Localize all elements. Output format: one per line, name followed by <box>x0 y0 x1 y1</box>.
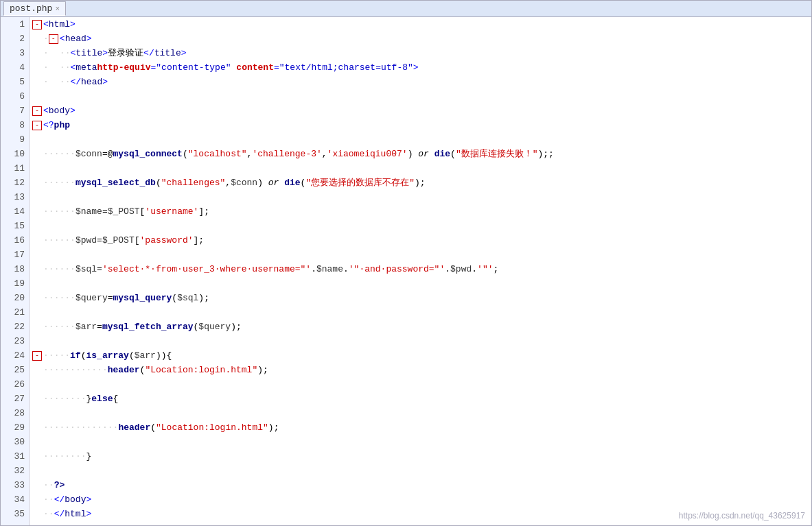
line-number-17: 17 <box>1 248 29 262</box>
code-line-6 <box>30 89 811 104</box>
line-number-27: 27 <box>1 392 29 406</box>
line-number-33: 33 <box>1 478 29 492</box>
line-number-25: 25 <box>1 363 29 377</box>
editor-window: post.php × 12345678910111213141516171819… <box>0 0 812 526</box>
code-line-28 <box>30 406 811 420</box>
line-number-4: 4 <box>1 60 29 75</box>
line-number-31: 31 <box>1 449 29 464</box>
code-line-18: ······$sql='select·*·from·user_3·where·u… <box>30 262 811 276</box>
line-number-23: 23 <box>1 334 29 348</box>
line-number-22: 22 <box>1 320 29 334</box>
fold-24[interactable]: - <box>32 351 42 361</box>
code-line-13 <box>30 190 811 204</box>
fold-7[interactable]: - <box>32 106 42 116</box>
line-number-18: 18 <box>1 262 29 276</box>
code-line-4: ···<meta http-equiv="content-type" conte… <box>30 60 811 75</box>
line-number-9: 9 <box>1 132 29 147</box>
code-line-15 <box>30 219 811 233</box>
code-line-22: ······$arr=mysql_fetch_array($query); <box>30 320 811 334</box>
fold-2[interactable]: - <box>49 34 58 44</box>
line-number-1: 1 <box>1 17 29 32</box>
line-number-30: 30 <box>1 435 29 449</box>
code-line-16: ······$pwd=$_POST['password']; <box>30 233 811 248</box>
code-area: -<html>·-<head>···<title>登录验证</title>···… <box>30 17 811 525</box>
code-line-2: ·-<head> <box>30 32 811 46</box>
line-number-32: 32 <box>1 464 29 478</box>
code-line-29: ··············header("Location:login.htm… <box>30 420 811 435</box>
line-number-3: 3 <box>1 46 29 60</box>
line-number-12: 12 <box>1 176 29 190</box>
code-line-20: ······$query=mysql_query($sql); <box>30 291 811 305</box>
code-line-9 <box>30 132 811 147</box>
code-line-27: ········}else{ <box>30 392 811 406</box>
code-line-17 <box>30 248 811 262</box>
code-line-8: -<?php <box>30 118 811 132</box>
line-number-13: 13 <box>1 190 29 204</box>
line-numbers: 1234567891011121314151617181920212223242… <box>1 17 30 525</box>
line-number-35: 35 <box>1 507 29 521</box>
watermark: https://blog.csdn.net/qq_43625917 <box>679 511 805 521</box>
code-line-10: ······$conn=@mysql_connect("localhost",'… <box>30 147 811 161</box>
tab-filename: post.php <box>10 3 52 14</box>
line-number-10: 10 <box>1 147 29 161</box>
code-line-5: ···</head> <box>30 75 811 89</box>
code-line-11 <box>30 161 811 176</box>
line-number-20: 20 <box>1 291 29 305</box>
line-number-19: 19 <box>1 276 29 291</box>
title-bar: post.php × <box>1 1 811 17</box>
line-number-26: 26 <box>1 377 29 392</box>
line-number-15: 15 <box>1 219 29 233</box>
line-number-7: 7 <box>1 104 29 118</box>
code-line-33: ··?> <box>30 478 811 492</box>
code-line-23 <box>30 334 811 348</box>
line-number-11: 11 <box>1 161 29 176</box>
code-line-24: -·····if(is_array($arr)){ <box>30 348 811 363</box>
code-line-1: -<html> <box>30 17 811 32</box>
line-number-29: 29 <box>1 420 29 435</box>
fold-8[interactable]: - <box>32 121 42 130</box>
line-number-2: 2 <box>1 32 29 46</box>
line-number-34: 34 <box>1 492 29 507</box>
code-line-25: ············header("Location:login.html"… <box>30 363 811 377</box>
code-line-31: ········} <box>30 449 811 464</box>
code-line-12: ······mysql_select_db("challenges",$conn… <box>30 176 811 190</box>
code-line-32 <box>30 464 811 478</box>
line-number-6: 6 <box>1 89 29 104</box>
code-line-3: ···<title>登录验证</title> <box>30 46 811 60</box>
line-number-14: 14 <box>1 204 29 219</box>
line-number-5: 5 <box>1 75 29 89</box>
code-line-26 <box>30 377 811 392</box>
code-line-7: -<body> <box>30 104 811 118</box>
code-editor: 1234567891011121314151617181920212223242… <box>1 17 811 525</box>
line-number-24: 24 <box>1 348 29 363</box>
code-line-21 <box>30 305 811 320</box>
tab-close-button[interactable]: × <box>55 5 60 13</box>
line-number-8: 8 <box>1 118 29 132</box>
code-line-30 <box>30 435 811 449</box>
line-number-21: 21 <box>1 305 29 320</box>
code-line-34: ··</body> <box>30 492 811 507</box>
code-line-19 <box>30 276 811 291</box>
fold-1[interactable]: - <box>32 20 42 29</box>
line-number-16: 16 <box>1 233 29 248</box>
line-number-28: 28 <box>1 406 29 420</box>
code-line-14: ······$name=$_POST['username']; <box>30 204 811 219</box>
file-tab[interactable]: post.php × <box>3 1 66 16</box>
